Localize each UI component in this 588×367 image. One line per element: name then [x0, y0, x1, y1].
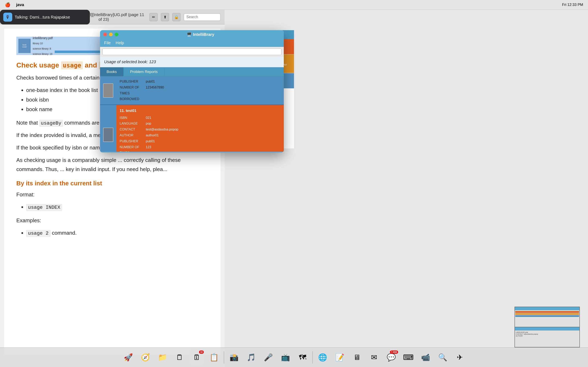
publisher-value-0: pub01 [146, 79, 155, 85]
pub-value-1: pub01 [146, 138, 155, 144]
window-status-text: Usage of selected book: 123 [104, 59, 156, 64]
pdf-share[interactable]: ⬆ [161, 13, 169, 21]
window-minimize-button[interactable] [109, 33, 113, 36]
book-row-borrow-1: NUMBER OF TIMES BORROWED 123 [120, 144, 281, 152]
intellibrary-window: 🖥️ IntelliBrary File Help Usage of selec… [100, 30, 284, 152]
book-title-1: 11. test01 [120, 108, 281, 114]
publisher-label-0: PUBLISHER [120, 79, 144, 85]
book-row-borrow-0: NUMBER OF TIMES BORROWED 1234567890 [120, 85, 281, 102]
book-row-isbn-1: ISBN 021 [120, 115, 281, 121]
apple-icon[interactable]: 🍎 [5, 2, 10, 8]
calendar-badge: 16 [199, 350, 204, 354]
dock-item-terminal[interactable]: ⌨ [401, 350, 416, 365]
lang-value-1: pop [146, 121, 151, 127]
dock-item-photos[interactable]: 📸 [227, 350, 241, 365]
book-info-1: 11. test01 ISBN 021 LANGUAGE pop CONTACT… [116, 105, 284, 152]
tab-problem-reports[interactable]: Problem Reports [123, 67, 164, 76]
borrow-label-0: NUMBER OF TIMES BORROWED [120, 85, 144, 102]
notification-text: Talking: Dami...tura Rajapakse [15, 15, 70, 20]
dock-item-intellibrary[interactable]: 🖥 [350, 350, 364, 365]
dock-item-launchpad[interactable]: 🚀 [121, 350, 136, 365]
menubar-left: 🍎 java [5, 2, 24, 8]
dock-item-maps[interactable]: 🗺 [295, 350, 310, 365]
example-item: usage 2 command. [26, 228, 208, 238]
author-label-1: AUTHOR [120, 133, 144, 138]
section2-heading: By its index in the current list [16, 180, 208, 187]
book-thumb-1 [100, 105, 116, 152]
menu-help[interactable]: Help [116, 41, 124, 45]
dock-item-reminders[interactable]: 📋 [207, 350, 221, 365]
pdf-example-list: usage 2 command. [26, 228, 208, 238]
book-row-contact-1: CONTACT test@asdasdsa.popop [120, 127, 281, 133]
isbn-label-1: ISBN [120, 115, 144, 121]
mac-menubar: 🍎 java Fri 12:33 PM [0, 0, 588, 10]
borrow-value-0: 1234567890 [146, 85, 164, 102]
borrow-label-1: NUMBER OF TIMES BORROWED [120, 144, 144, 152]
dock-item-zoom[interactable]: 📹 [418, 350, 433, 365]
book-item-0[interactable]: PUBLISHER pub01 NUMBER OF TIMES BORROWED… [100, 76, 284, 105]
pdf-lock[interactable]: 🔒 [172, 13, 181, 21]
book-row-lang-1: LANGUAGE pop [120, 121, 281, 127]
window-titlebar: 🖥️ IntelliBrary [100, 30, 284, 39]
intellibrary-search-input[interactable] [103, 49, 281, 55]
contact-value-1: test@asdasdsa.popop [146, 127, 178, 133]
menubar-app-name[interactable]: java [16, 2, 24, 7]
dock-item-messages[interactable]: 💬 7,866 [384, 350, 398, 365]
pdf-header-text: intellibrary.pdf library 10science libra… [33, 35, 53, 56]
dock-item-tv[interactable]: 📺 [278, 350, 293, 365]
dock-item-word[interactable]: 📝 [332, 350, 347, 365]
notification-popup[interactable]: 🎙 Talking: Dami...tura Rajapakse [0, 10, 90, 25]
menu-file[interactable]: File [104, 41, 111, 45]
pdf-thumbnail: bookcover [18, 39, 31, 53]
window-book-list[interactable]: PUBLISHER pub01 NUMBER OF TIMES BORROWED… [100, 76, 284, 152]
menubar-time: Fri 12:33 PM [562, 3, 583, 7]
thumbnail-previews: LANGUAGE pop CONTACT t@asdasdsa.popop AU… [515, 307, 580, 347]
notification-icon: 🎙 [3, 13, 12, 22]
contact-label-1: CONTACT [120, 127, 144, 133]
dock-item-chrome[interactable]: 🌐 [315, 350, 330, 365]
book-item-1[interactable]: 11. test01 ISBN 021 LANGUAGE pop CONTACT… [100, 105, 284, 152]
menubar-right: Fri 12:33 PM [562, 3, 583, 7]
dock-separator [224, 351, 224, 364]
window-footer: ./data/IntelliBrary.json [100, 152, 284, 152]
pdf-search-input[interactable] [184, 13, 221, 21]
pub-label-1: PUBLISHER [120, 138, 144, 144]
dock-item-podcast[interactable]: 🎤 [261, 350, 276, 365]
dock-item-mail[interactable]: ✉ [367, 350, 381, 365]
dock-item-music[interactable]: 🎵 [244, 350, 259, 365]
dock-item-telegram[interactable]: ✈ [452, 350, 467, 365]
mac-dock: 🚀 🧭 📁 🗒 🗓 16 📋 📸 🎵 🎤 📺 🗺 🌐 📝 🖥 ✉ 💬 7,866… [0, 347, 588, 367]
window-title: 🖥️ IntelliBrary [121, 32, 281, 37]
note-code: usageBy [39, 120, 63, 127]
dock-item-search[interactable]: 🔍 [435, 350, 450, 365]
pdf-simple-text: As checking usage is a comparably simple… [16, 156, 208, 174]
book-cover-0 [103, 83, 113, 98]
dock-item-notes[interactable]: 🗒 [172, 350, 187, 365]
lang-label-1: LANGUAGE [120, 121, 144, 127]
dock-item-safari[interactable]: 🧭 [138, 350, 153, 365]
window-status-bar: Usage of selected book: 123 [100, 57, 284, 67]
window-tab-bar: Books Problem Reports [100, 67, 284, 76]
thumb-1 [515, 307, 579, 327]
thumb-2: LANGUAGE pop CONTACT t@asdasdsa.popop AU… [515, 327, 579, 347]
isbn-value-1: 021 [146, 115, 151, 121]
window-maximize-button[interactable] [115, 33, 118, 36]
borrow-value-1: 123 [146, 144, 151, 152]
tab-books[interactable]: Books [100, 67, 123, 76]
pdf-annotate[interactable]: ✏ [149, 13, 158, 21]
window-menubar: File Help [100, 39, 284, 47]
dock-item-calendar[interactable]: 🗓 16 [190, 350, 204, 365]
pdf-format-list: usage INDEX [26, 202, 208, 212]
book-row-author-1: AUTHOR author01 [120, 133, 281, 138]
book-info-0: PUBLISHER pub01 NUMBER OF TIMES BORROWED… [116, 76, 284, 105]
window-close-button[interactable] [103, 33, 107, 36]
messages-badge: 7,866 [390, 350, 398, 354]
dock-item-finder[interactable]: 📁 [155, 350, 170, 365]
book-row-publisher: PUBLISHER pub01 [120, 79, 281, 85]
book-cover-1 [103, 128, 113, 142]
book-row-pub-1: PUBLISHER pub01 [120, 138, 281, 144]
pdf-examples-label: Examples: [16, 216, 208, 225]
window-search-bar [100, 47, 284, 57]
author-value-1: author01 [146, 133, 159, 138]
book-thumb-0 [100, 76, 116, 105]
